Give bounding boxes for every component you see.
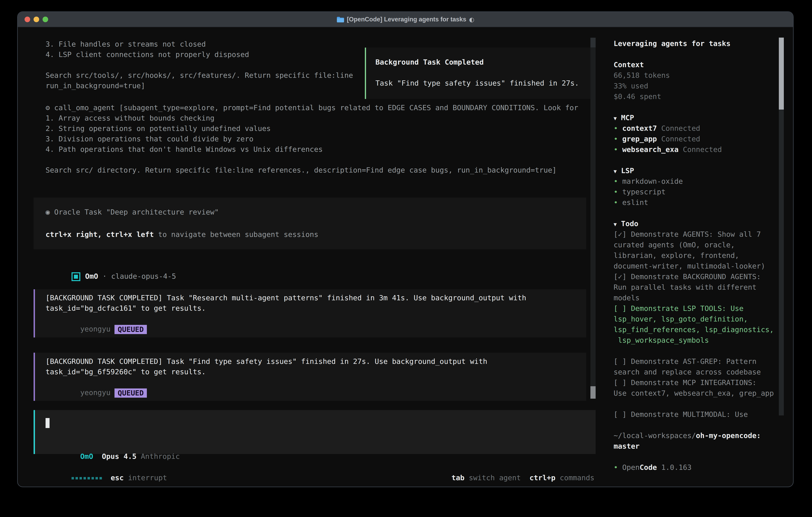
todo-line: search and replace across codebase	[614, 366, 779, 377]
lsp-section-header[interactable]: ▼ LSP	[614, 165, 779, 176]
todo-line: document-writer, multimodal-looker)	[614, 261, 779, 271]
sidebar-scrollbar-thumb[interactable]	[779, 37, 784, 110]
app-version: • OpenCode 1.0.163	[614, 462, 779, 472]
keybinding-text: ctrl+x right, ctrl+x left	[46, 230, 154, 239]
transcript-line: 4. LSP client connections not properly d…	[46, 49, 353, 60]
todo-line	[614, 399, 779, 409]
working-dot	[80, 477, 82, 480]
transcript-block-leaks: 3. File handles or streams not closed4. …	[46, 39, 353, 91]
transcript-line: run_in_background=true]	[46, 81, 353, 91]
statusbar-right: tab switch agent ctrl+p commands	[426, 462, 594, 472]
agent-model-text: claude-opus-4-5	[111, 272, 176, 280]
statusbar-left: esc interrupt	[46, 462, 167, 472]
ctrlp-key-hint: ctrl+p	[529, 473, 555, 482]
todo-line: [ ] Demonstrate LSP TOOLS: Use	[614, 303, 779, 314]
keybinding-hint-rest: to navigate between subagent sessions	[154, 230, 318, 239]
task-message-line2: task_id="bg_6f59260c" to get results.	[46, 366, 206, 377]
folder-icon	[337, 17, 344, 22]
todo-line: lsp_workspace_symbols	[614, 335, 779, 346]
agent-call-lines: 1. Array access without bounds checking2…	[46, 113, 578, 175]
app-name-dim: Open	[622, 463, 640, 471]
oracle-task-title-text: Oracle Task "Deep architecture review"	[50, 208, 219, 216]
lsp-item: • markdown-oxide	[614, 176, 779, 187]
close-window-button[interactable]	[25, 17, 30, 22]
background-task-message: [BACKGROUND TASK COMPLETED] Task "Find t…	[34, 353, 586, 401]
todo-line	[614, 346, 779, 356]
app-version-number: 1.0.163	[657, 463, 692, 471]
zoom-window-button[interactable]	[42, 17, 48, 22]
spacer	[521, 473, 529, 482]
task-message-line2: task_id="bg_dcfac161" to get results.	[46, 303, 206, 314]
esc-key-label: interrupt	[124, 473, 167, 482]
tab-key-hint: tab	[452, 473, 465, 482]
window-title-text: [OpenCode] Leveraging agents for tasks	[347, 16, 466, 23]
session-title: Leveraging agents for tasks	[614, 38, 779, 49]
context-spent: $0.46 spent	[614, 91, 779, 102]
agent-model	[107, 272, 111, 280]
transcript-line: 3. File handles or streams not closed	[46, 39, 353, 49]
tab-key-label: switch agent	[465, 473, 521, 482]
spacer-line	[614, 419, 779, 430]
mcp-item: • websearch_exa Connected	[614, 144, 779, 155]
mcp-item-status: Connected	[657, 124, 700, 132]
mcp-item-status: Connected	[657, 135, 700, 143]
background-task-toast: Background Task Completed Task "Find typ…	[365, 48, 596, 99]
todo-line: Run parallel tasks with different	[614, 282, 779, 293]
main-scrollbar-top-cap	[590, 38, 596, 47]
background-task-message: [BACKGROUND TASK COMPLETED] Task "Resear…	[34, 289, 586, 337]
git-branch: master	[614, 441, 779, 452]
mcp-item-name: context7	[622, 124, 657, 132]
lsp-item-name: markdown-oxide	[622, 177, 683, 185]
task-user: yeongyu	[80, 325, 111, 333]
spacer-line	[614, 155, 779, 165]
task-message-meta: yeongyuQUEUED	[46, 314, 147, 324]
main-scrollbar-thumb[interactable]	[590, 386, 596, 399]
mcp-item-name: websearch_exa	[622, 145, 678, 154]
mcp-list: • context7 Connected• grep_app Connected…	[614, 123, 779, 155]
task-message-line1: [BACKGROUND TASK COMPLETED] Task "Find t…	[46, 356, 487, 366]
bullet-icon: •	[614, 124, 622, 132]
separator-dot-glyph: ·	[103, 272, 107, 280]
todo-line: [✓] Demonstrate AGENTS: Show all 7	[614, 229, 779, 240]
todo-line: [ ] Demonstrate MCP INTEGRATIONS:	[614, 377, 779, 388]
agent-name: OmO	[85, 272, 98, 280]
main-scrollbar-track[interactable]	[590, 37, 596, 399]
traffic-lights	[25, 12, 48, 27]
screen: [OpenCode] Leveraging agents for tasks ◐…	[0, 0, 812, 517]
bullet-icon: •	[614, 198, 622, 207]
todo-section-header[interactable]: ▼ Todo	[614, 218, 779, 229]
input-model-name[interactable]: Opus 4.5	[102, 452, 137, 460]
input-agent-name: OmO	[80, 452, 93, 460]
bullet-icon: •	[614, 188, 622, 196]
oracle-task-hint: ctrl+x right, ctrl+x left to navigate be…	[46, 229, 318, 240]
gear-icon: ⚙	[46, 104, 50, 112]
bullet-icon: •	[614, 177, 622, 185]
minimize-window-button[interactable]	[34, 17, 39, 22]
todo-line: models	[614, 293, 779, 303]
bullet-icon: •	[614, 145, 622, 154]
titlebar: [OpenCode] Leveraging agents for tasks ◐	[18, 12, 793, 27]
oracle-task-title: ◉ Oracle Task "Deep architecture review"	[46, 207, 219, 217]
todo-list: [✓] Demonstrate AGENTS: Show all 7curate…	[614, 229, 779, 419]
todo-line: [ ] Demonstrate AST-GREP: Pattern	[614, 356, 779, 366]
text-cursor	[46, 418, 50, 428]
spacer-line	[614, 49, 779, 59]
mcp-item-status: Connected	[678, 145, 722, 154]
prompt-input[interactable]: OmO Opus 4.5 Anthropic	[34, 410, 596, 454]
lsp-item: • typescript	[614, 187, 779, 197]
task-user: yeongyu	[80, 388, 111, 397]
agent-call-head-text: call_omo_agent [subagent_type=explore, p…	[50, 104, 578, 112]
chevron-down-icon: ▼	[614, 168, 617, 174]
mcp-heading: MCP	[617, 113, 634, 122]
input-provider-name: Anthropic	[141, 452, 180, 460]
task-message-line1: [BACKGROUND TASK COMPLETED] Task "Resear…	[46, 293, 526, 303]
transcript-line: 4. Path operations that don't handle Win…	[46, 144, 578, 155]
lsp-list: • markdown-oxide• typescript• eslint	[614, 176, 779, 208]
mcp-section-header[interactable]: ▼ MCP	[614, 112, 779, 123]
task-message-meta: yeongyuQUEUED	[46, 377, 147, 387]
mcp-item: • context7 Connected	[614, 123, 779, 134]
toast-title: Background Task Completed	[375, 57, 484, 67]
lsp-item-name: typescript	[622, 188, 666, 196]
oracle-task-panel: ◉ Oracle Task "Deep architecture review"…	[34, 197, 586, 249]
chevron-down-icon: ▼	[614, 221, 617, 227]
